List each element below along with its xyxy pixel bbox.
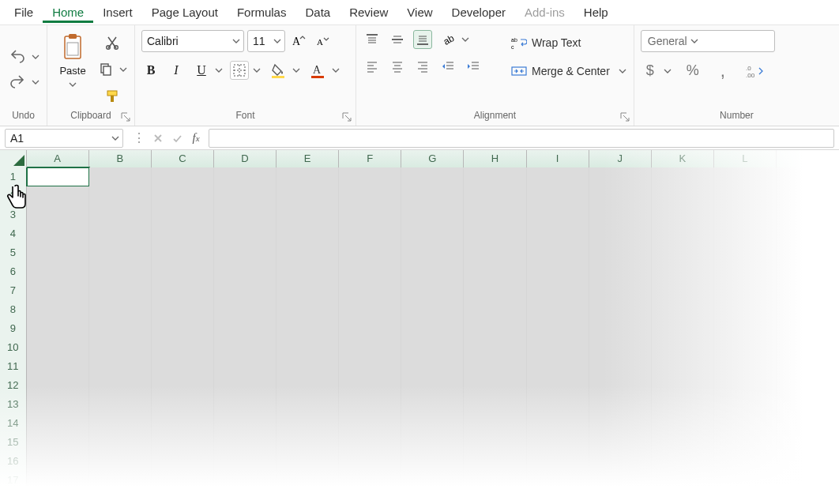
paste-button[interactable]: Paste — [54, 30, 92, 93]
cell[interactable] — [527, 395, 589, 414]
menu-insert[interactable]: Insert — [93, 2, 142, 22]
cell[interactable] — [152, 167, 214, 186]
number-format-combo[interactable]: General — [641, 30, 775, 52]
orientation-button[interactable]: ab — [438, 30, 457, 49]
cell[interactable] — [401, 395, 464, 414]
cell[interactable] — [277, 243, 339, 262]
cell[interactable] — [527, 433, 589, 452]
cell[interactable] — [152, 205, 214, 224]
cell[interactable] — [777, 357, 839, 376]
cell[interactable] — [401, 471, 464, 490]
cell[interactable] — [527, 167, 589, 186]
underline-dropdown[interactable] — [214, 62, 224, 78]
cell[interactable] — [152, 452, 214, 471]
cell[interactable] — [152, 300, 214, 319]
cell[interactable] — [589, 433, 652, 452]
font-color-button[interactable]: A — [307, 60, 328, 81]
cell[interactable] — [89, 300, 152, 319]
cell[interactable] — [214, 300, 277, 319]
cell[interactable] — [589, 205, 652, 224]
column-header-b[interactable]: B — [89, 150, 152, 167]
cell[interactable] — [339, 471, 401, 490]
cell[interactable] — [89, 414, 152, 433]
cell[interactable] — [527, 262, 589, 281]
cell[interactable] — [401, 205, 464, 224]
cell[interactable] — [527, 338, 589, 357]
cell[interactable] — [339, 376, 401, 395]
cell[interactable] — [464, 338, 526, 357]
align-middle-button[interactable] — [388, 30, 407, 49]
row-header[interactable]: 2 — [0, 186, 27, 205]
cell[interactable] — [777, 338, 839, 357]
cell[interactable] — [652, 471, 714, 490]
cell[interactable] — [89, 186, 152, 205]
cell[interactable] — [652, 243, 714, 262]
font-size-combo[interactable]: 11 — [247, 30, 285, 52]
cell[interactable] — [214, 262, 277, 281]
font-color-dropdown[interactable] — [331, 62, 340, 78]
cell[interactable] — [27, 319, 89, 338]
cell[interactable] — [464, 452, 526, 471]
merge-dropdown[interactable] — [618, 63, 627, 79]
row-header[interactable]: 6 — [0, 262, 27, 281]
row-header[interactable]: 10 — [0, 338, 27, 357]
cell[interactable] — [89, 281, 152, 300]
cell[interactable] — [27, 262, 89, 281]
cell[interactable] — [464, 376, 526, 395]
column-header-m[interactable]: M — [777, 150, 839, 167]
column-header-h[interactable]: H — [464, 150, 526, 167]
cell[interactable] — [214, 167, 277, 186]
menu-page-layout[interactable]: Page Layout — [142, 2, 228, 22]
cell[interactable] — [401, 376, 464, 395]
cell[interactable] — [277, 452, 339, 471]
cell[interactable] — [27, 433, 89, 452]
cell[interactable] — [652, 224, 714, 243]
cell[interactable] — [152, 262, 214, 281]
copy-dropdown[interactable] — [119, 62, 128, 77]
cell[interactable] — [527, 205, 589, 224]
borders-button[interactable] — [230, 61, 249, 80]
cell[interactable] — [401, 243, 464, 262]
format-painter-button[interactable] — [96, 87, 128, 106]
cell[interactable] — [714, 300, 777, 319]
cell[interactable] — [339, 433, 401, 452]
cancel-entry-button[interactable] — [149, 129, 167, 148]
cell[interactable] — [464, 167, 526, 186]
column-header-l[interactable]: L — [714, 150, 777, 167]
percent-format-button[interactable]: % — [683, 60, 702, 81]
cell[interactable] — [89, 395, 152, 414]
cell[interactable] — [214, 281, 277, 300]
decrease-font-button[interactable]: A — [312, 31, 333, 51]
cell[interactable] — [464, 205, 526, 224]
cell[interactable] — [527, 300, 589, 319]
cell[interactable] — [277, 338, 339, 357]
cell[interactable] — [401, 414, 464, 433]
cell[interactable] — [777, 452, 839, 471]
column-header-e[interactable]: E — [277, 150, 339, 167]
cell[interactable] — [401, 433, 464, 452]
cell[interactable] — [527, 224, 589, 243]
column-header-a[interactable]: A — [27, 150, 89, 167]
cell[interactable] — [652, 357, 714, 376]
align-left-button[interactable] — [363, 57, 382, 76]
cell[interactable] — [589, 167, 652, 186]
row-header[interactable]: 15 — [0, 433, 27, 452]
row-header[interactable]: 14 — [0, 414, 27, 433]
insert-function-button[interactable]: fx — [186, 129, 205, 148]
cell[interactable] — [89, 167, 152, 186]
increase-indent-button[interactable] — [464, 57, 483, 76]
cell[interactable] — [277, 300, 339, 319]
cell[interactable] — [777, 433, 839, 452]
cell[interactable] — [777, 300, 839, 319]
cell[interactable] — [589, 300, 652, 319]
cell[interactable] — [464, 243, 526, 262]
cell[interactable] — [214, 186, 277, 205]
fill-color-button[interactable] — [268, 60, 288, 81]
cell[interactable] — [214, 224, 277, 243]
cell[interactable] — [401, 281, 464, 300]
cell[interactable] — [89, 205, 152, 224]
cell[interactable] — [714, 433, 777, 452]
cell[interactable] — [152, 243, 214, 262]
cell[interactable] — [589, 319, 652, 338]
cell[interactable] — [401, 300, 464, 319]
